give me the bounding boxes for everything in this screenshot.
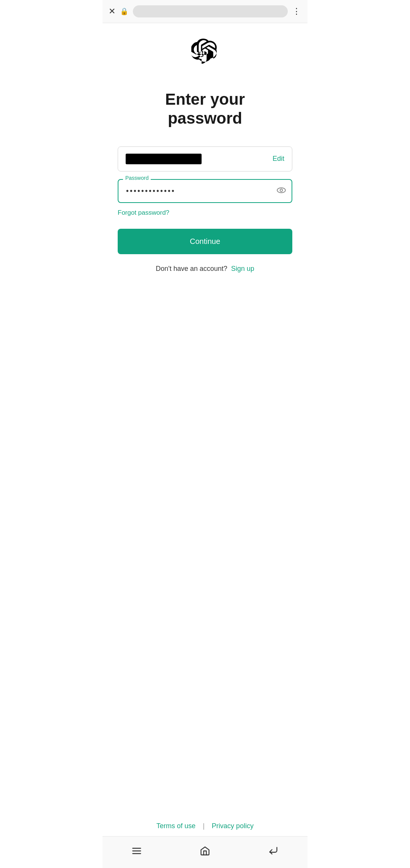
email-field: Edit (118, 146, 292, 171)
password-toggle-button[interactable] (276, 186, 286, 197)
signup-link[interactable]: Sign up (231, 265, 254, 272)
url-bar[interactable] (133, 5, 288, 17)
browser-bar: ✕ 🔒 ⋮ (102, 0, 308, 23)
menu-icon[interactable]: ⋮ (292, 6, 301, 16)
email-value (126, 154, 202, 164)
signup-prompt: Don't have an account? (156, 265, 227, 272)
close-icon[interactable]: ✕ (109, 7, 115, 16)
nav-back-button[interactable] (260, 843, 286, 860)
edit-button[interactable]: Edit (273, 155, 284, 163)
back-icon (268, 846, 279, 856)
password-label: Password (123, 175, 151, 181)
logo-container (191, 38, 219, 67)
svg-point-0 (277, 188, 285, 193)
terms-of-use-link[interactable]: Terms of use (156, 822, 196, 830)
hamburger-icon (131, 846, 142, 856)
password-field-wrapper: Password (118, 179, 292, 203)
privacy-policy-link[interactable]: Privacy policy (212, 822, 254, 830)
bottom-nav (102, 836, 308, 868)
forgot-password-link[interactable]: Forgot password? (118, 209, 169, 216)
svg-point-1 (280, 189, 283, 192)
main-content: Enter your password Edit Password Forgot… (102, 23, 308, 810)
openai-logo (191, 38, 219, 66)
forgot-password-container: Forgot password? (118, 209, 292, 217)
continue-button[interactable]: Continue (118, 229, 292, 254)
password-input[interactable] (118, 179, 292, 203)
nav-menu-button[interactable] (124, 843, 150, 860)
signup-row: Don't have an account? Sign up (156, 265, 254, 273)
footer-links: Terms of use | Privacy policy (102, 810, 308, 836)
lock-icon: 🔒 (120, 7, 128, 16)
footer-separator: | (203, 822, 205, 830)
eye-icon (276, 186, 286, 195)
home-icon (200, 846, 210, 856)
page-title: Enter your password (165, 90, 245, 128)
nav-home-button[interactable] (192, 843, 218, 860)
